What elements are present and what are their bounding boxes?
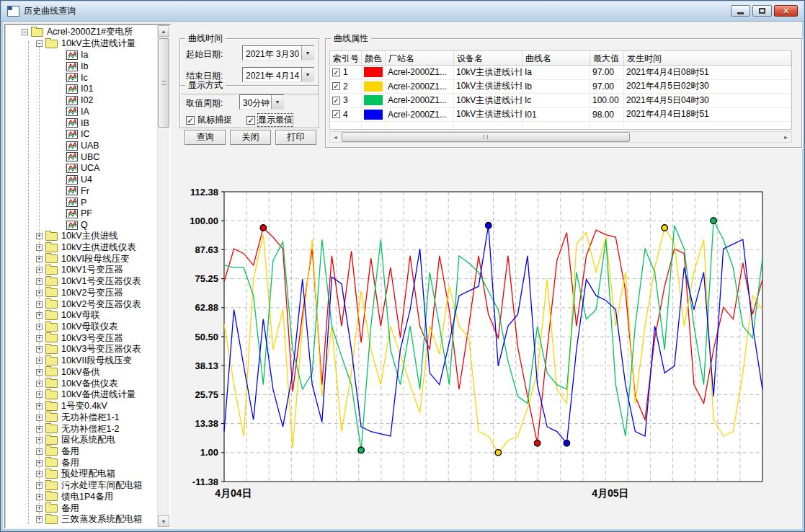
tree-scrollbar[interactable]: ▲ ▼ xyxy=(157,25,169,527)
tree-item[interactable]: +10kV备供 xyxy=(6,367,157,378)
expand-icon[interactable]: + xyxy=(36,381,43,387)
tree-item[interactable]: +1号变0.4kV xyxy=(6,401,157,412)
start-date-select[interactable]: 2021年 3月30 ▼ xyxy=(242,45,314,61)
expand-icon[interactable]: + xyxy=(36,301,43,308)
scroll-up-button[interactable]: ▲ xyxy=(158,25,169,37)
tree-item[interactable]: +三效蒸发系统配电箱 xyxy=(6,514,157,526)
row-checkbox[interactable]: ✓ xyxy=(332,68,340,76)
show-extremes-option[interactable]: ✓ 显示最值 xyxy=(246,114,293,126)
minimize-button[interactable] xyxy=(731,5,750,17)
scrollbar-thumb[interactable] xyxy=(158,38,169,128)
tree-item[interactable]: Q xyxy=(6,219,157,231)
expand-icon[interactable]: + xyxy=(36,369,43,376)
tree-item[interactable]: IA xyxy=(6,106,157,118)
table-row[interactable]: ✓4Acrel-2000Z1...10kV主供进线计量I0198.002021年… xyxy=(330,108,791,123)
expand-icon[interactable]: + xyxy=(36,391,43,398)
tree-item[interactable]: +10kV备供进线计量 xyxy=(6,389,157,401)
tree-item[interactable]: Ib xyxy=(6,61,157,72)
chart-canvas[interactable]: 112.38100.0087.6375.2562.8850.5038.1325.… xyxy=(183,165,803,510)
column-header[interactable]: 最大值 xyxy=(590,51,624,65)
tree-item[interactable]: Ic xyxy=(6,72,157,84)
column-header[interactable]: 曲线名 xyxy=(522,51,590,65)
tree-item[interactable]: U4 xyxy=(6,174,157,185)
maximize-button[interactable] xyxy=(752,5,772,17)
table-row[interactable]: ✓2Acrel-2000Z1...10kV主供进线计量Ib97.002021年4… xyxy=(330,80,791,94)
tree-item[interactable]: +10kV3号变压器仪表 xyxy=(6,344,157,355)
expand-icon[interactable]: + xyxy=(36,471,43,477)
tree-item[interactable]: −10kV主供进线计量 xyxy=(6,38,157,50)
tree-item[interactable]: +10kV备供仪表 xyxy=(6,378,157,389)
tree-item[interactable]: Ia xyxy=(6,49,157,61)
expand-icon[interactable]: + xyxy=(36,460,43,466)
column-header[interactable]: 索引号 xyxy=(330,51,362,65)
tree-item[interactable]: +10kV母联 xyxy=(6,310,157,322)
tree-item[interactable]: +预处理配电箱 xyxy=(6,469,157,480)
end-date-select[interactable]: 2021年 4月14 ▼ xyxy=(242,67,314,82)
expand-icon[interactable]: + xyxy=(36,278,43,285)
row-checkbox[interactable]: ✓ xyxy=(332,97,340,105)
expand-icon[interactable]: + xyxy=(36,505,43,512)
scroll-right-button[interactable]: ► xyxy=(780,132,791,142)
tree-item[interactable]: UCA xyxy=(6,163,157,174)
expand-icon[interactable]: + xyxy=(36,482,43,489)
expand-icon[interactable]: + xyxy=(36,335,43,342)
column-header[interactable]: 颜色 xyxy=(362,51,386,65)
tree-item[interactable]: UBC xyxy=(6,151,157,163)
expand-icon[interactable]: + xyxy=(36,324,43,330)
tree-item[interactable]: +10kV1号变压器仪表 xyxy=(6,276,157,288)
tree-item[interactable]: +无功补偿柜1-1 xyxy=(6,412,157,423)
tree-item[interactable]: +10kV1号变压器 xyxy=(6,265,157,276)
expand-icon[interactable]: + xyxy=(36,346,43,353)
scroll-left-button[interactable]: ◄ xyxy=(330,132,341,142)
tree-item[interactable]: PF xyxy=(6,208,157,220)
tree-item[interactable]: +10kV2号变压器 xyxy=(6,288,157,299)
expand-icon[interactable]: + xyxy=(36,448,43,455)
table-horizontal-scrollbar[interactable]: ◄ ► xyxy=(329,131,792,143)
expand-icon[interactable]: + xyxy=(36,437,43,443)
tree-item[interactable]: +10kV母联仪表 xyxy=(6,322,157,333)
collapse-icon[interactable]: − xyxy=(22,29,28,35)
tree-item[interactable]: Fr xyxy=(6,185,157,197)
expand-icon[interactable]: + xyxy=(36,290,43,296)
column-header[interactable]: 发生时间 xyxy=(624,51,791,65)
tree-item[interactable]: −Acrel-2000Z1#变电所 xyxy=(6,27,157,38)
chevron-down-icon[interactable]: ▼ xyxy=(271,95,283,109)
tree-item[interactable]: P xyxy=(6,197,157,208)
expand-icon[interactable]: + xyxy=(36,494,43,500)
expand-icon[interactable]: + xyxy=(36,244,43,251)
close-button[interactable]: ✕ xyxy=(774,5,798,17)
tree-item[interactable]: +10kVII段母线压变 xyxy=(6,355,157,367)
tree-item[interactable]: +备用 xyxy=(6,457,157,469)
chevron-down-icon[interactable]: ▼ xyxy=(301,68,313,81)
tree-item[interactable]: +备用 xyxy=(6,502,157,514)
table-row[interactable]: ✓3Acrel-2000Z1...10kV主供进线计量Ic100.002021年… xyxy=(330,94,791,108)
expand-icon[interactable]: + xyxy=(36,403,43,409)
show-extremes-checkbox[interactable]: ✓ xyxy=(246,116,255,125)
expand-icon[interactable]: + xyxy=(36,516,43,523)
tree-item[interactable]: I02 xyxy=(6,94,157,106)
tree-item[interactable]: +馈电1P4备用 xyxy=(6,491,157,502)
scroll-down-button[interactable]: ▼ xyxy=(158,515,169,527)
expand-icon[interactable]: + xyxy=(36,426,43,433)
row-checkbox[interactable]: ✓ xyxy=(332,82,340,90)
expand-icon[interactable]: + xyxy=(36,233,43,239)
chevron-down-icon[interactable]: ▼ xyxy=(301,46,313,60)
period-select[interactable]: 30分钟 ▼ xyxy=(239,94,284,110)
close-dialog-button[interactable]: 关闭 xyxy=(230,130,271,145)
print-button[interactable]: 打印 xyxy=(275,130,316,145)
mouse-capture-checkbox[interactable]: ✓ xyxy=(186,116,195,125)
tree-item[interactable]: UAB xyxy=(6,140,157,151)
expand-icon[interactable]: + xyxy=(36,414,43,421)
expand-icon[interactable]: + xyxy=(36,267,43,273)
column-header[interactable]: 设备名 xyxy=(454,51,522,65)
table-row[interactable]: ✓1Acrel-2000Z1...10kV主供进线计量Ia97.002021年4… xyxy=(330,66,791,80)
tree-item[interactable]: +污水处理车间配电箱 xyxy=(6,480,157,492)
expand-icon[interactable]: + xyxy=(36,256,43,262)
row-checkbox[interactable]: ✓ xyxy=(332,110,340,118)
tree-item[interactable]: +无功补偿柜1-2 xyxy=(6,423,157,435)
tree-item[interactable]: +10kVI段母线压变 xyxy=(6,253,157,265)
tree-item[interactable]: +10kV主供进线仪表 xyxy=(6,242,157,254)
expand-icon[interactable]: + xyxy=(36,312,43,319)
mouse-capture-option[interactable]: ✓ 鼠标捕捉 xyxy=(186,114,232,126)
tree-item[interactable]: IB xyxy=(6,118,157,129)
